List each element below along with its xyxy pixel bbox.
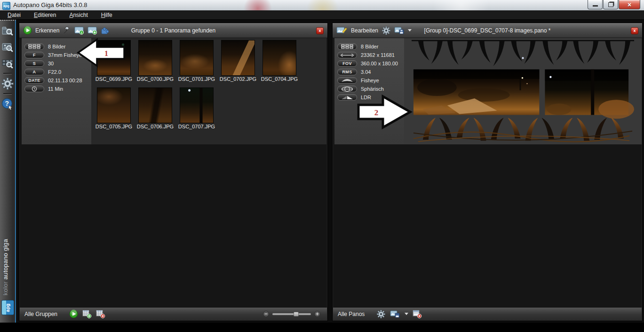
window-title: Autopano Giga 64bits 3.0.8 — [13, 0, 87, 10]
photo-thumbnail[interactable] — [97, 87, 131, 123]
prop-date: DATE 02.11.13 00:28 — [24, 76, 91, 85]
aperture-badge: A — [24, 69, 44, 75]
pano-close-button[interactable]: x — [631, 27, 638, 34]
play-icon — [69, 309, 78, 318]
minimize-button[interactable] — [588, 0, 603, 9]
photo-thumbnail[interactable] — [138, 87, 172, 123]
prop-rms: RMS 3.04 — [337, 68, 404, 76]
group-title: Gruppe 0 - 1 Panorama gefunden — [48, 27, 299, 34]
detect-all-button[interactable] — [69, 309, 78, 318]
app-logo-icon: apg — [2, 2, 10, 10]
focal-badge: F — [24, 52, 44, 58]
panos-footer: Alle Panos — [333, 307, 642, 320]
sidebar-divider — [3, 73, 12, 74]
zoom-out-icon[interactable] — [263, 311, 269, 317]
detect-button[interactable] — [23, 26, 32, 35]
save-all-icon — [390, 310, 400, 318]
apg-logo-text: apg — [5, 303, 10, 312]
sidebar-divider — [3, 93, 12, 94]
pano-preview[interactable] — [404, 38, 642, 144]
help-icon: ? — [1, 98, 14, 110]
fov-value: 360.00 x 180.00 — [361, 61, 398, 66]
menu-editieren[interactable]: Editieren — [29, 11, 61, 19]
date-value: 02.11.13 00:28 — [48, 78, 82, 83]
render-all-button[interactable] — [390, 310, 400, 318]
thumbnail-filename: DSC_0700.JPG — [135, 76, 176, 82]
groups-panel-header: Erkennen i — [19, 23, 327, 38]
photo-thumbnail[interactable] — [221, 40, 255, 76]
groups-panel: Erkennen i — [19, 23, 328, 321]
photo-thumbnail[interactable] — [262, 40, 296, 76]
menu-ansicht[interactable]: Ansicht — [64, 11, 92, 19]
application-window: apg Autopano Giga 64bits 3.0.8 × Datei E… — [0, 0, 644, 332]
thumbnail-item[interactable]: DSC_0704.JPG — [259, 38, 300, 86]
pano-delete-icon — [413, 309, 422, 318]
close-icon: × — [628, 1, 631, 8]
pano-preview-image — [404, 38, 642, 144]
projection-sphere-icon — [337, 86, 357, 92]
dropdown-caret-icon[interactable] — [405, 313, 408, 315]
add-group-button[interactable] — [82, 309, 92, 318]
close-button[interactable]: × — [619, 0, 640, 9]
panos-panel-header: Bearbeiten — [333, 23, 642, 38]
prop-size: 23362 x 11681 — [337, 51, 404, 59]
thumbnail-filename: DSC_0701.JPG — [176, 76, 217, 82]
delete-pano-button[interactable] — [413, 309, 422, 318]
fov-badge: FOV — [337, 60, 357, 67]
prop-fov: FOV 360.00 x 180.00 — [337, 59, 404, 68]
groups-footer: Alle Gruppen — [20, 307, 327, 320]
group-search-button[interactable] — [1, 57, 14, 70]
edit-image-icon — [336, 26, 348, 35]
zoom-slider-handle[interactable] — [294, 312, 299, 316]
thumbnail-filename: DSC_0699.JPG — [93, 76, 135, 82]
settings-gear-icon — [1, 77, 14, 90]
thumbnail-item[interactable]: DSC_0700.JPG — [135, 38, 176, 86]
photo-thumbnail[interactable] — [180, 87, 214, 123]
folder-search-button[interactable] — [1, 24, 14, 37]
thumbnail-item[interactable]: DSC_0705.JPG — [93, 86, 135, 133]
prop-images: 8 Bilder — [337, 42, 404, 51]
thumbnail-item[interactable]: DSC_0706.JPG — [135, 86, 176, 133]
thumbnail-item[interactable]: DSC_0707.JPG — [176, 86, 217, 133]
brand-text: kolor autopano giga — [2, 239, 9, 295]
thumbnail-zoom-control — [263, 311, 320, 317]
restore-button[interactable] — [603, 0, 618, 9]
lens-icon — [337, 77, 357, 84]
delete-group-button[interactable] — [96, 309, 105, 318]
all-groups-label: Alle Gruppen — [24, 311, 57, 317]
image-search-button[interactable] — [1, 40, 14, 54]
annotation-number-2: 2 — [374, 108, 379, 117]
size-value: 23362 x 11681 — [361, 52, 395, 58]
apg-logo: apg — [1, 300, 14, 315]
photo-thumbnail[interactable] — [138, 40, 172, 76]
panos-settings-button[interactable] — [376, 309, 386, 319]
menu-datei[interactable]: Datei — [3, 11, 25, 19]
thumbnail-item[interactable]: DSC_0702.JPG — [217, 38, 259, 86]
zoom-in-icon[interactable] — [314, 311, 320, 317]
zoom-slider-track[interactable] — [272, 313, 311, 315]
aperture-value: F22.0 — [48, 69, 61, 75]
images-count-value: 8 Bilder — [48, 44, 65, 49]
width-arrow-icon — [337, 52, 357, 58]
settings-button[interactable] — [1, 77, 14, 90]
help-button[interactable]: ? — [1, 97, 14, 111]
annotation-number-1: 1 — [104, 49, 108, 57]
pano-title: [Group 0]-DSC_0699_DSC_0707-8 images.pan… — [361, 27, 614, 34]
minimize-icon — [593, 5, 598, 7]
svg-text:?: ? — [5, 100, 9, 107]
date-badge: DATE — [24, 77, 44, 84]
prop-duration: 11 Min — [24, 85, 91, 93]
group-add-icon — [82, 309, 92, 318]
brand-kolor: kolor — [2, 279, 9, 295]
photo-thumbnail[interactable] — [180, 40, 214, 76]
group-card: 8 Bilder F 37mm Fisheye S 30 A F22.0 DAT… — [22, 38, 326, 144]
tool-sidebar: ? kolor autopano giga apg — [0, 20, 16, 323]
brand-product: autopano giga — [2, 239, 9, 279]
rms-value: 3.04 — [361, 69, 371, 75]
caption-buttons: × — [587, 0, 640, 9]
group-close-button[interactable]: x — [316, 27, 324, 34]
thumbnail-item[interactable]: DSC_0701.JPG — [176, 38, 217, 86]
edit-pano-button[interactable] — [336, 26, 348, 35]
menu-hilfe[interactable]: Hilfe — [96, 11, 117, 19]
images-count-icon — [24, 43, 44, 50]
